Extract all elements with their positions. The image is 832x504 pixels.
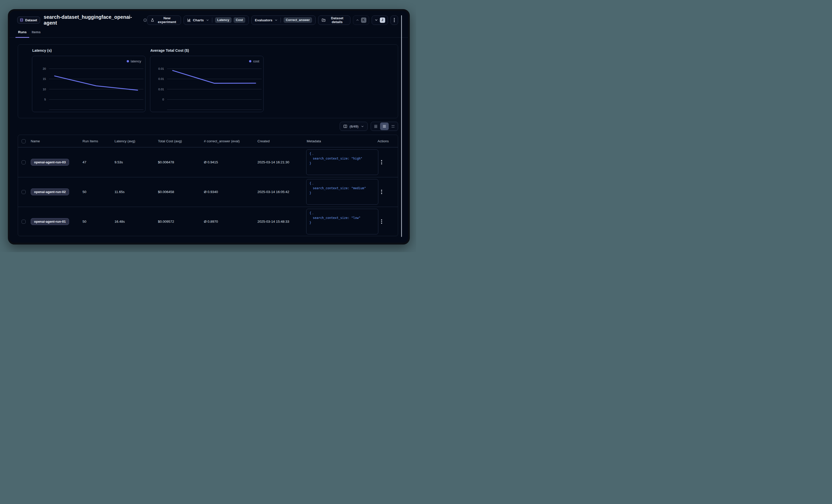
- run-name-chip[interactable]: openai-agent-run-01: [31, 218, 69, 225]
- svg-text:0.01: 0.01: [158, 77, 164, 80]
- tab-runs[interactable]: Runs: [16, 30, 29, 38]
- json-brace: }: [310, 162, 311, 165]
- metadata-json-box: {⌄ search_context_size: "low" }: [306, 209, 378, 234]
- dataset-badge: Dataset: [17, 17, 40, 24]
- svg-text:15: 15: [43, 77, 46, 80]
- header-actions: New experiment Charts Latency Cost Evalu…: [147, 16, 398, 25]
- legend-dot: [249, 60, 251, 62]
- rows-medium-icon: [382, 124, 386, 128]
- json-value: "low": [352, 216, 361, 220]
- json-value: "high": [352, 157, 362, 160]
- rows-dense-icon: [374, 124, 378, 128]
- svg-text:0.01: 0.01: [158, 67, 164, 70]
- dataset-badge-label: Dataset: [25, 18, 37, 22]
- row-height-toggle-group: [371, 122, 398, 131]
- select-all-checkbox[interactable]: [22, 139, 26, 143]
- database-icon: [20, 18, 24, 22]
- json-value: "medium": [352, 187, 366, 190]
- chart-title-cost: Average Total Cost ($): [150, 49, 189, 53]
- evaluator-chip-correct-answer[interactable]: Correct_answer: [284, 17, 312, 23]
- charts-dropdown-button[interactable]: Charts Latency Cost: [184, 16, 249, 25]
- cost-chart-block: Average Total Cost ($) 0.010.010.010 cos…: [140, 45, 259, 118]
- created-value: 2025-03-14 16:05:42: [257, 177, 289, 207]
- col-header-run-items[interactable]: Run Items: [82, 135, 98, 147]
- col-header-created[interactable]: Created: [257, 135, 270, 147]
- column-visibility-button[interactable]: (6/49): [340, 122, 368, 131]
- metadata-json-box: {⌄ search_context_size: "high" }: [306, 149, 378, 175]
- run-name-chip[interactable]: openai-agent-run-03: [31, 159, 69, 166]
- col-header-correct-answer[interactable]: # correct_answer (eval): [204, 135, 240, 147]
- chart-chip-cost[interactable]: Cost: [234, 17, 245, 23]
- latency-value: 16.48s: [114, 207, 125, 236]
- json-brace: {: [310, 181, 311, 185]
- json-key: search_context_size:: [313, 187, 349, 190]
- collapse-chevron-icon[interactable]: ⌄: [312, 152, 314, 155]
- svg-text:0.01: 0.01: [158, 88, 164, 91]
- cost-chart: 0.010.010.010 cost: [150, 56, 263, 112]
- prev-run-button[interactable]: K: [353, 16, 369, 25]
- col-header-actions: Actions: [378, 135, 389, 147]
- latency-chart: 2015105 latency: [32, 56, 146, 112]
- json-brace: {: [310, 152, 311, 156]
- correct-answer-value: Ø 0.9415: [204, 147, 218, 177]
- row-checkbox[interactable]: [22, 220, 26, 224]
- row-checkbox[interactable]: [22, 160, 26, 164]
- tab-items[interactable]: Items: [29, 30, 43, 38]
- folder-kanban-icon: [322, 18, 326, 22]
- correct-answer-value: Ø 0.9340: [204, 177, 218, 207]
- col-header-latency[interactable]: Latency (avg): [114, 135, 135, 147]
- json-brace: {: [310, 211, 311, 215]
- dataset-details-button[interactable]: Dataset details: [318, 16, 350, 25]
- row-checkbox[interactable]: [22, 190, 26, 194]
- info-icon[interactable]: [143, 18, 147, 22]
- created-value: 2025-03-14 16:21:30: [257, 147, 289, 177]
- row-actions-menu-button[interactable]: [380, 218, 384, 225]
- svg-text:0: 0: [162, 98, 164, 101]
- chart-title-latency: Latency (s): [32, 49, 52, 53]
- window-scrollbar[interactable]: [401, 15, 402, 237]
- legend-label: cost: [253, 59, 259, 63]
- bar-chart-icon: [187, 18, 191, 22]
- new-experiment-button[interactable]: New experiment: [147, 16, 181, 25]
- run-name-chip[interactable]: openai-agent-run-02: [31, 189, 69, 195]
- run-items-value: 50: [82, 207, 86, 236]
- latency-value: 9.53s: [114, 147, 123, 177]
- collapse-chevron-icon[interactable]: ⌄: [312, 182, 314, 185]
- run-items-value: 50: [82, 177, 86, 207]
- chart-chip-latency[interactable]: Latency: [215, 17, 232, 23]
- chevron-down-icon: [275, 19, 278, 22]
- row-height-medium-button[interactable]: [380, 122, 389, 130]
- json-key: search_context_size:: [313, 216, 349, 220]
- svg-text:20: 20: [43, 67, 46, 70]
- legend-label: latency: [131, 59, 141, 63]
- next-run-button[interactable]: J: [372, 16, 388, 25]
- created-value: 2025-03-14 15:48:33: [257, 207, 289, 236]
- new-experiment-label: New experiment: [156, 16, 177, 24]
- header-more-menu-button[interactable]: [390, 16, 398, 25]
- row-height-small-button[interactable]: [371, 122, 380, 130]
- evaluators-label: Evaluators: [255, 18, 272, 22]
- metadata-json-box: {⌄ search_context_size: "medium" }: [306, 179, 378, 205]
- total-cost-value: $0.006478: [158, 147, 174, 177]
- json-brace: }: [310, 221, 311, 224]
- chart-legend: latency: [127, 59, 141, 63]
- row-actions-menu-button[interactable]: [380, 188, 384, 196]
- chevron-up-icon: [356, 18, 359, 22]
- divider: [281, 18, 281, 23]
- column-count-label: (6/49): [349, 124, 359, 128]
- col-header-total-cost[interactable]: Total Cost (avg): [158, 135, 182, 147]
- header: Dataset search-dataset_huggingface_opena…: [17, 15, 398, 26]
- svg-text:10: 10: [43, 88, 46, 91]
- json-key: search_context_size:: [313, 157, 349, 160]
- col-header-name[interactable]: Name: [31, 135, 40, 147]
- col-header-metadata[interactable]: Metadata: [307, 135, 321, 147]
- row-height-large-button[interactable]: [389, 122, 397, 130]
- dataset-details-label: Dataset details: [328, 16, 347, 24]
- collapse-chevron-icon[interactable]: ⌄: [312, 212, 314, 215]
- latency-chart-block: Latency (s) 2015105 latency: [22, 45, 141, 118]
- row-actions-menu-button[interactable]: [380, 159, 384, 166]
- legend-dot: [127, 60, 129, 62]
- table-row: openai-agent-run-02 50 11.65s $0.006458 …: [18, 177, 398, 207]
- evaluators-dropdown-button[interactable]: Evaluators Correct_answer: [251, 16, 316, 25]
- flask-icon: [151, 18, 154, 22]
